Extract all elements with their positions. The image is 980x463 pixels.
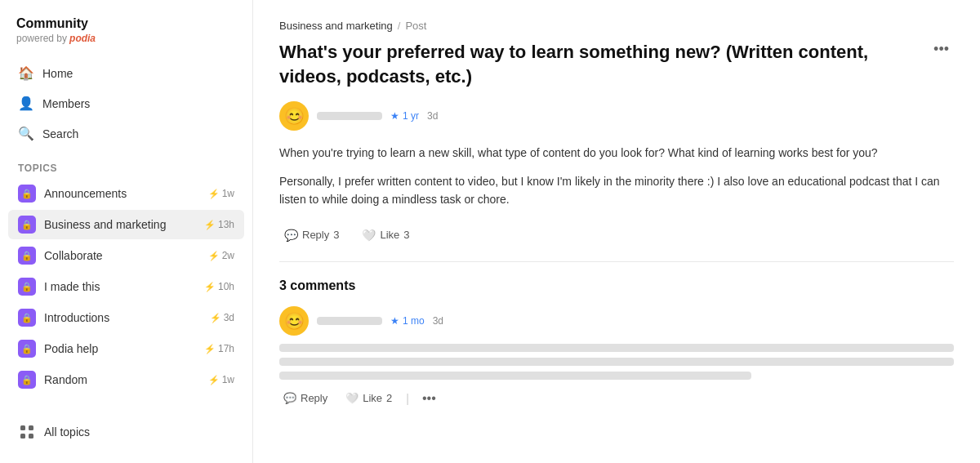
author-badge: ★ 1 yr xyxy=(390,110,419,122)
sidebar-topic-podia-help[interactable]: 🔒 Podia help ⚡ 17h xyxy=(8,334,244,363)
comment-reply-icon: 💬 xyxy=(283,392,296,404)
comment-more-button[interactable]: ••• xyxy=(419,390,439,407)
author-badge-label: 1 yr xyxy=(403,110,419,122)
topic-time-made-this: 10h xyxy=(218,281,234,292)
comment-actions: 💬 Reply 🤍 Like 2 | ••• xyxy=(279,390,954,407)
topic-label-introductions: Introductions xyxy=(44,311,202,324)
brand: Community powered by podia xyxy=(0,16,252,59)
comment-avatar: 😊 xyxy=(279,306,309,336)
svg-rect-3 xyxy=(29,434,33,439)
comment-reply-label: Reply xyxy=(301,392,327,404)
comment-line-2 xyxy=(279,358,954,366)
sidebar-topic-random[interactable]: 🔒 Random ⚡ 1w xyxy=(8,365,244,394)
brand-sub-text: powered by xyxy=(16,33,67,44)
sidebar-topic-i-made-this[interactable]: 🔒 I made this ⚡ 10h xyxy=(8,272,244,301)
members-icon: 👤 xyxy=(18,96,34,111)
bolt-icon-made-this: ⚡ xyxy=(204,282,216,292)
topic-time-introductions: 3d xyxy=(224,312,234,323)
svg-rect-2 xyxy=(20,434,25,439)
post-title: What's your preferred way to learn somet… xyxy=(279,40,929,88)
bolt-icon-collaborate: ⚡ xyxy=(208,251,220,261)
sidebar-nav: 🏠 Home 👤 Members 🔍 Search xyxy=(0,59,252,149)
sidebar-item-home[interactable]: 🏠 Home xyxy=(8,59,244,87)
topics-section-title: Topics xyxy=(0,156,252,179)
post-body-para2: Personally, I prefer written content to … xyxy=(279,172,954,209)
brand-subtitle: powered by podia xyxy=(16,33,236,44)
sidebar-item-search[interactable]: 🔍 Search xyxy=(8,119,244,148)
post-author-row: 😊 ★ 1 yr 3d xyxy=(279,101,954,131)
like-button[interactable]: 🤍 Like 3 xyxy=(357,225,414,245)
comment-time: 3d xyxy=(433,315,443,327)
topic-time-business: 13h xyxy=(218,219,234,230)
breadcrumb-type: Post xyxy=(405,20,426,32)
sidebar-item-members[interactable]: 👤 Members xyxy=(8,89,244,118)
topics-list: 🔒 Announcements ⚡ 1w 🔒 Business and mark… xyxy=(0,179,252,417)
topic-label-business: Business and marketing xyxy=(44,218,196,231)
lock-icon-introductions: 🔒 xyxy=(18,309,36,327)
sidebar-topic-introductions[interactable]: 🔒 Introductions ⚡ 3d xyxy=(8,303,244,332)
comment-badge: ★ 1 mo xyxy=(390,315,425,327)
like-label: Like xyxy=(380,229,399,241)
topic-label-podia-help: Podia help xyxy=(44,342,196,355)
comment-like-button[interactable]: 🤍 Like 2 xyxy=(341,390,396,407)
comments-heading: 3 comments xyxy=(279,278,954,293)
bolt-icon-announcements: ⚡ xyxy=(208,189,220,199)
all-topics-item[interactable]: All topics xyxy=(8,417,244,447)
lock-icon-announcements: 🔒 xyxy=(18,185,36,203)
like-count: 3 xyxy=(403,229,409,241)
topic-time-random: 1w xyxy=(222,374,234,385)
topic-meta-collaborate: ⚡ 2w xyxy=(208,250,234,261)
home-icon: 🏠 xyxy=(18,65,34,81)
topic-meta-podia-help: ⚡ 17h xyxy=(204,343,234,354)
post-options-button[interactable]: ••• xyxy=(929,40,954,58)
lock-icon-podia-help: 🔒 xyxy=(18,340,36,358)
sidebar-item-members-label: Members xyxy=(42,97,90,110)
comment-line-3 xyxy=(279,372,751,380)
sidebar-topic-announcements[interactable]: 🔒 Announcements ⚡ 1w xyxy=(8,179,244,208)
comment-action-sep: | xyxy=(406,392,409,405)
sidebar-topic-collaborate[interactable]: 🔒 Collaborate ⚡ 2w xyxy=(8,241,244,270)
star-icon: ★ xyxy=(390,110,399,122)
breadcrumb-sep: / xyxy=(398,20,401,32)
topic-time-announcements: 1w xyxy=(222,188,234,199)
comment-author-name xyxy=(317,317,382,325)
comment-badge-star-icon: ★ xyxy=(390,315,399,327)
search-icon: 🔍 xyxy=(18,126,34,141)
post-title-row: What's your preferred way to learn somet… xyxy=(279,40,954,88)
comment-line-1 xyxy=(279,344,954,352)
sidebar-item-search-label: Search xyxy=(42,127,78,140)
topic-time-collaborate: 2w xyxy=(222,250,234,261)
topic-label-collaborate: Collaborate xyxy=(44,249,200,262)
topic-meta-made-this: ⚡ 10h xyxy=(204,281,234,292)
post-actions: 💬 Reply 3 🤍 Like 3 xyxy=(279,225,954,262)
all-topics-icon xyxy=(18,423,36,441)
main-content: Business and marketing / Post What's you… xyxy=(253,0,980,463)
comment-reply-button[interactable]: 💬 Reply xyxy=(279,390,332,407)
comment-badge-label: 1 mo xyxy=(403,315,425,327)
topic-meta-random: ⚡ 1w xyxy=(208,374,234,385)
reply-button[interactable]: 💬 Reply 3 xyxy=(279,225,344,245)
like-icon: 🤍 xyxy=(362,229,376,242)
reply-icon: 💬 xyxy=(284,229,298,242)
sidebar-topic-business-and-marketing[interactable]: 🔒 Business and marketing ⚡ 13h xyxy=(8,210,244,239)
post-body: When you're trying to learn a new skill,… xyxy=(279,144,954,208)
topic-label-random: Random xyxy=(44,373,200,386)
bolt-icon-podia-help: ⚡ xyxy=(204,344,216,354)
breadcrumb: Business and marketing / Post xyxy=(279,20,954,32)
topic-time-podia-help: 17h xyxy=(218,343,234,354)
sidebar-item-home-label: Home xyxy=(42,67,73,80)
comment-like-icon: 🤍 xyxy=(345,392,359,404)
bolt-icon-business: ⚡ xyxy=(204,220,216,230)
topic-meta-business: ⚡ 13h xyxy=(204,219,234,230)
brand-title: Community xyxy=(16,16,236,31)
post-body-para1: When you're trying to learn a new skill,… xyxy=(279,144,954,162)
breadcrumb-topic[interactable]: Business and marketing xyxy=(279,20,393,32)
comment-content-lines xyxy=(279,344,954,380)
all-topics-label: All topics xyxy=(44,425,90,439)
bolt-icon-introductions: ⚡ xyxy=(210,313,221,323)
bolt-icon-random: ⚡ xyxy=(208,375,220,385)
author-avatar: 😊 xyxy=(279,101,309,131)
brand-logo: podia xyxy=(69,33,96,44)
topic-meta-announcements: ⚡ 1w xyxy=(208,188,234,199)
topic-meta-introductions: ⚡ 3d xyxy=(210,312,234,323)
